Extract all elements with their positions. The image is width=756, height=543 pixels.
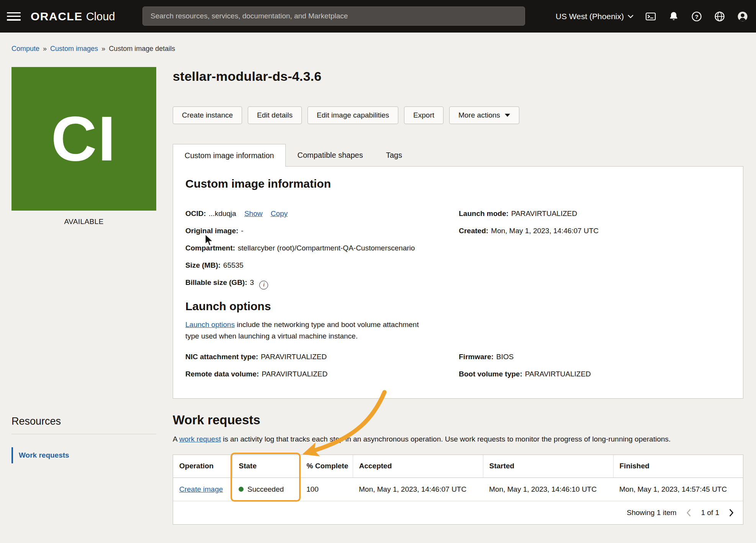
complete-value: 100 — [300, 478, 353, 501]
work-request-link[interactable]: work request — [179, 435, 221, 443]
info-row-size: Size (MB):65535 — [185, 257, 415, 274]
global-search — [142, 7, 525, 26]
launch-mode-value: PARAVIRTUALIZED — [511, 209, 577, 218]
info-row-launch-mode: Launch mode:PARAVIRTUALIZED — [459, 205, 599, 222]
launch-left-column: NIC attachment type:PARAVIRTUALIZED Remo… — [185, 348, 327, 383]
image-initials: CI — [51, 107, 117, 170]
ocid-label: OCID: — [185, 209, 206, 218]
breadcrumb-separator: » — [43, 45, 47, 53]
developer-tools-icon[interactable] — [645, 11, 656, 22]
info-row-original-image: Original image:- — [185, 222, 415, 239]
edit-details-button[interactable]: Edit details — [248, 106, 302, 124]
info-row-ocid: OCID:...kduqja Show Copy — [185, 205, 415, 222]
launch-options-heading: Launch options — [185, 300, 271, 313]
breadcrumb-separator: » — [101, 45, 105, 53]
page-title: stellar-modular-ds-4.3.6 — [173, 69, 321, 84]
launch-options-link[interactable]: Launch options — [185, 321, 235, 329]
breadcrumb: Compute » Custom images » Custom image d… — [11, 45, 175, 53]
column-header-state: State — [232, 455, 300, 478]
create-instance-button[interactable]: Create instance — [173, 106, 242, 124]
hamburger-menu-icon[interactable] — [7, 11, 21, 21]
info-left-column: OCID:...kduqja Show Copy Original image:… — [185, 205, 415, 291]
table-header-row: Operation State % Complete Accepted Star… — [173, 455, 743, 478]
previous-page-icon[interactable] — [685, 509, 692, 517]
tab-custom-image-information[interactable]: Custom image information — [173, 144, 286, 167]
topbar-right-controls: US West (Phoenix) ? — [556, 0, 748, 33]
user-avatar-icon[interactable] — [737, 11, 748, 22]
resources-divider — [11, 434, 156, 434]
size-value: 65535 — [223, 261, 244, 269]
created-value: Mon, May 1, 2023, 14:46:07 UTC — [491, 227, 599, 235]
next-page-icon[interactable] — [728, 509, 735, 517]
help-icon[interactable]: ? — [691, 11, 702, 22]
info-row-firmware: Firmware:BIOS — [459, 348, 591, 365]
sidebar-item-work-requests[interactable]: Work requests — [11, 447, 155, 463]
edit-image-capabilities-button[interactable]: Edit image capabilities — [308, 106, 398, 124]
wr-desc-prefix: A — [173, 435, 179, 443]
info-right-column: Launch mode:PARAVIRTUALIZED Created:Mon,… — [459, 205, 599, 239]
billable-size-label: Billable size (GB): — [185, 278, 247, 286]
tab-compatible-shapes[interactable]: Compatible shapes — [286, 144, 374, 167]
language-globe-icon[interactable] — [714, 11, 725, 22]
info-section-heading: Custom image information — [185, 177, 331, 190]
work-requests-table: Operation State % Complete Accepted Star… — [173, 455, 743, 525]
nic-attachment-label: NIC attachment type: — [185, 353, 258, 361]
oracle-cloud-logo[interactable]: ORACLE Cloud — [31, 10, 115, 23]
size-label: Size (MB): — [185, 261, 221, 269]
launch-mode-label: Launch mode: — [459, 209, 509, 218]
column-header-complete: % Complete — [300, 455, 353, 478]
notifications-bell-icon[interactable] — [668, 11, 679, 22]
original-image-label: Original image: — [185, 227, 238, 235]
info-row-boot-volume-type: Boot volume type:PARAVIRTUALIZED — [459, 365, 591, 383]
resources-heading: Resources — [11, 415, 61, 427]
column-header-operation: Operation — [173, 455, 232, 478]
info-row-nic-attachment: NIC attachment type:PARAVIRTUALIZED — [185, 348, 327, 365]
success-status-dot — [239, 487, 244, 492]
tab-tags[interactable]: Tags — [375, 144, 414, 167]
more-actions-button[interactable]: More actions — [449, 106, 519, 124]
chevron-down-icon — [628, 15, 633, 18]
action-button-row: Create instance Edit details Edit image … — [173, 106, 519, 124]
breadcrumb-custom-images[interactable]: Custom images — [50, 45, 98, 53]
started-value: Mon, May 1, 2023, 14:46:10 UTC — [483, 478, 613, 501]
ocid-show-link[interactable]: Show — [244, 209, 263, 218]
boot-volume-type-label: Boot volume type: — [459, 370, 522, 378]
wr-desc-rest: is an activity log that tracks each step… — [221, 435, 671, 443]
export-button[interactable]: Export — [404, 106, 443, 124]
custom-image-thumbnail: CI — [11, 67, 156, 211]
status-badge: AVAILABLE — [11, 218, 156, 226]
region-label: US West (Phoenix) — [556, 12, 624, 21]
info-tooltip-icon[interactable]: i — [259, 281, 268, 289]
create-image-link[interactable]: Create image — [179, 485, 223, 493]
info-row-remote-data-volume: Remote data volume:PARAVIRTUALIZED — [185, 365, 327, 383]
firmware-label: Firmware: — [459, 353, 494, 361]
info-row-billable-size: Billable size (GB):3 i — [185, 274, 415, 291]
table-row: Create image Succeeded 100 Mon, May 1, 2… — [173, 478, 743, 501]
billable-size-value: 3 — [250, 278, 254, 286]
page-indicator: 1 of 1 — [701, 509, 719, 517]
original-image-value: - — [241, 227, 243, 235]
remote-data-volume-value: PARAVIRTUALIZED — [262, 370, 327, 378]
compartment-value: stellarcyber (root)/Compartment-QA-Custo… — [238, 244, 415, 252]
brand-oracle: ORACLE — [31, 10, 83, 23]
breadcrumb-current: Custom image details — [109, 45, 175, 53]
table-pagination: Showing 1 item 1 of 1 — [173, 501, 743, 524]
column-header-started: Started — [483, 455, 613, 478]
launch-right-column: Firmware:BIOS Boot volume type:PARAVIRTU… — [459, 348, 591, 383]
created-label: Created: — [459, 227, 488, 235]
column-header-finished: Finished — [613, 455, 743, 478]
work-requests-heading: Work requests — [173, 413, 260, 427]
detail-tabs: Custom image information Compatible shap… — [173, 144, 414, 167]
custom-image-information-panel: Custom image information OCID:...kduqja … — [173, 166, 743, 399]
search-input[interactable] — [142, 7, 525, 26]
boot-volume-type-value: PARAVIRTUALIZED — [525, 370, 591, 378]
work-requests-description: A work request is an activity log that t… — [173, 435, 743, 443]
breadcrumb-compute[interactable]: Compute — [11, 45, 39, 53]
brand-cloud: Cloud — [86, 10, 115, 23]
info-row-created: Created:Mon, May 1, 2023, 14:46:07 UTC — [459, 222, 599, 239]
nic-attachment-value: PARAVIRTUALIZED — [261, 353, 327, 361]
region-selector[interactable]: US West (Phoenix) — [556, 12, 633, 21]
firmware-value: BIOS — [496, 353, 514, 361]
ocid-copy-link[interactable]: Copy — [271, 209, 288, 218]
chevron-down-icon — [505, 114, 510, 117]
